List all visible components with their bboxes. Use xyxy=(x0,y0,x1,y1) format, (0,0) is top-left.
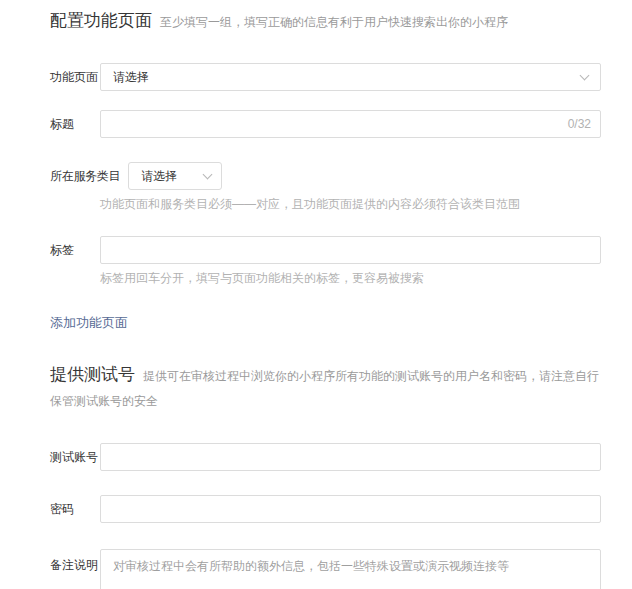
title-label: 标题 xyxy=(50,116,100,133)
test-account-input-wrap xyxy=(100,443,601,471)
field-row-category: 所在服务类目 请选择 xyxy=(50,162,601,190)
chevron-down-icon xyxy=(203,170,213,180)
category-helper-text: 功能页面和服务类目必须——对应，且功能页面提供的内容必须符合该类目范围 xyxy=(100,196,601,212)
field-row-feature-page: 功能页面 请选择 xyxy=(50,63,601,91)
category-label: 所在服务类目 xyxy=(50,168,120,185)
section-config-header: 配置功能页面至少填写一组，填写正确的信息有利于用户快速搜索出你的小程序 xyxy=(50,9,601,34)
test-account-input[interactable] xyxy=(100,443,601,471)
field-row-password: 密码 xyxy=(50,495,601,523)
remarks-label: 备注说明 xyxy=(50,549,100,574)
password-input-wrap xyxy=(100,495,601,523)
section-config-description: 至少填写一组，填写正确的信息有利于用户快速搜索出你的小程序 xyxy=(160,15,508,29)
test-account-label: 测试账号 xyxy=(50,449,100,466)
tags-label: 标签 xyxy=(50,242,100,259)
config-form-page: 配置功能页面至少填写一组，填写正确的信息有利于用户快速搜索出你的小程序 功能页面… xyxy=(0,0,632,589)
field-row-tags: 标签 xyxy=(50,236,601,264)
section-config-title: 配置功能页面 xyxy=(50,11,152,30)
password-input[interactable] xyxy=(100,495,601,523)
remarks-textarea-wrap xyxy=(100,549,601,589)
category-select-value: 请选择 xyxy=(141,168,177,185)
tags-input[interactable] xyxy=(100,236,601,264)
feature-page-select-value: 请选择 xyxy=(113,69,149,86)
tags-helper-text: 标签用回车分开，填写与页面功能相关的标签，更容易被搜索 xyxy=(100,270,601,286)
feature-page-label: 功能页面 xyxy=(50,69,100,86)
field-row-remarks: 备注说明 xyxy=(50,549,601,589)
feature-page-select[interactable]: 请选择 xyxy=(100,63,601,91)
remarks-textarea[interactable] xyxy=(100,549,601,589)
add-feature-page-link[interactable]: 添加功能页面 xyxy=(50,314,128,332)
tags-input-wrap xyxy=(100,236,601,264)
password-label: 密码 xyxy=(50,501,100,518)
chevron-down-icon xyxy=(580,71,590,81)
title-input-wrap: 0/32 xyxy=(100,110,601,138)
field-row-test-account: 测试账号 xyxy=(50,443,601,471)
field-row-title: 标题 0/32 xyxy=(50,110,601,138)
section-test-title: 提供测试号 xyxy=(50,365,135,384)
section-test-header: 提供测试号提供可在审核过程中浏览你的小程序所有功能的测试账号的用户名和密码，请注… xyxy=(50,363,601,413)
title-input[interactable] xyxy=(100,110,601,138)
category-select[interactable]: 请选择 xyxy=(128,162,222,190)
